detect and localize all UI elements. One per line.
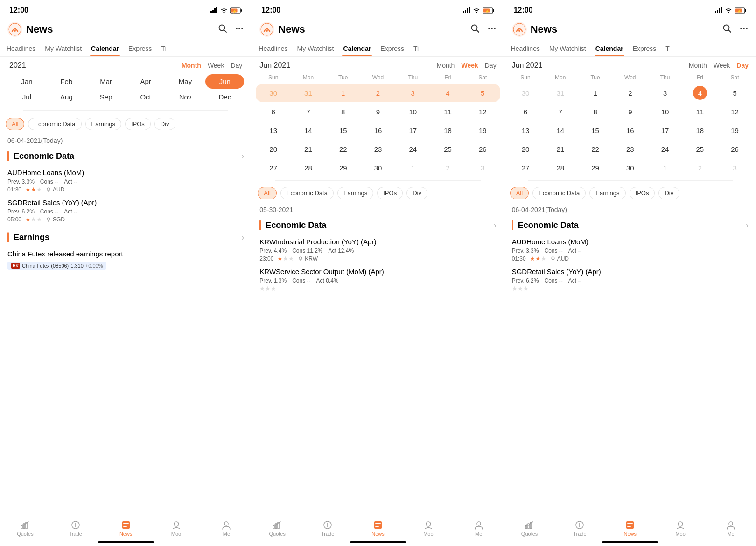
chip-div[interactable]: Div: [658, 187, 679, 199]
view-btn-week[interactable]: Week: [714, 62, 730, 69]
calendar-cell-2-0[interactable]: 13: [508, 121, 543, 140]
month-cell-jan[interactable]: Jan: [7, 74, 46, 89]
calendar-cell-1-1[interactable]: 7: [543, 102, 578, 121]
calendar-cell-0-3[interactable]: 2: [361, 84, 396, 102]
calendar-cell-2-0[interactable]: 13: [256, 121, 291, 140]
tab-ti[interactable]: Ti: [157, 41, 171, 56]
more-icon[interactable]: [487, 24, 497, 35]
section-arrow[interactable]: ›: [746, 220, 749, 230]
view-btn-month[interactable]: Month: [437, 62, 455, 69]
section-arrow[interactable]: ›: [241, 233, 244, 242]
view-btn-month[interactable]: Month: [182, 62, 201, 69]
calendar-cell-1-1[interactable]: 7: [291, 102, 326, 121]
calendar-cell-0-4[interactable]: 3: [395, 84, 430, 102]
calendar-cell-3-6[interactable]: 26: [465, 140, 500, 158]
chip-economic-data[interactable]: Economic Data: [280, 187, 334, 199]
calendar-cell-0-0[interactable]: 30: [256, 84, 291, 102]
nav-item-trade[interactable]: Trade: [50, 520, 101, 537]
nav-item-news[interactable]: News: [353, 520, 403, 537]
calendar-cell-3-6[interactable]: 26: [717, 140, 752, 158]
calendar-cell-4-0[interactable]: 27: [256, 158, 291, 177]
calendar-cell-1-5[interactable]: 11: [682, 102, 717, 121]
nav-item-trade[interactable]: Trade: [555, 520, 605, 537]
search-icon[interactable]: [722, 24, 732, 35]
tab-ti[interactable]: Ti: [409, 41, 423, 56]
calendar-cell-4-3[interactable]: 30: [613, 158, 648, 177]
month-cell-apr[interactable]: Apr: [126, 74, 165, 89]
calendar-cell-3-3[interactable]: 23: [613, 140, 648, 158]
tab-calendar[interactable]: Calendar: [591, 41, 628, 56]
calendar-cell-0-5[interactable]: 4: [430, 84, 465, 102]
tab-calendar[interactable]: Calendar: [338, 41, 376, 56]
month-cell-oct[interactable]: Oct: [126, 90, 165, 104]
chip-ipos[interactable]: IPOs: [377, 187, 403, 199]
nav-item-quotes[interactable]: Quotes: [252, 520, 302, 537]
nav-item-me[interactable]: Me: [706, 520, 756, 537]
nav-item-news[interactable]: News: [101, 520, 151, 537]
calendar-cell-4-3[interactable]: 30: [361, 158, 396, 177]
tab-express[interactable]: Express: [124, 41, 157, 56]
view-btn-day[interactable]: Day: [231, 62, 242, 69]
more-icon[interactable]: [739, 24, 749, 35]
calendar-cell-2-3[interactable]: 16: [613, 121, 648, 140]
calendar-cell-1-0[interactable]: 6: [256, 102, 291, 121]
calendar-cell-0-1[interactable]: 31: [291, 84, 326, 102]
calendar-cell-4-4[interactable]: 1: [395, 158, 430, 177]
chip-earnings[interactable]: Earnings: [589, 187, 625, 199]
calendar-cell-2-6[interactable]: 19: [717, 121, 752, 140]
calendar-cell-4-1[interactable]: 28: [543, 158, 578, 177]
calendar-cell-0-5[interactable]: 4: [682, 84, 717, 102]
calendar-cell-2-1[interactable]: 14: [543, 121, 578, 140]
calendar-cell-3-0[interactable]: 20: [256, 140, 291, 158]
calendar-cell-3-4[interactable]: 24: [648, 140, 683, 158]
calendar-cell-3-1[interactable]: 21: [543, 140, 578, 158]
calendar-cell-1-3[interactable]: 9: [361, 102, 396, 121]
section-arrow[interactable]: ›: [241, 151, 244, 161]
calendar-cell-2-2[interactable]: 15: [578, 121, 613, 140]
search-icon[interactable]: [470, 24, 480, 35]
view-btn-week[interactable]: Week: [208, 62, 224, 69]
chip-all[interactable]: All: [510, 187, 529, 199]
calendar-cell-2-2[interactable]: 15: [326, 121, 361, 140]
month-cell-nov[interactable]: Nov: [166, 90, 205, 104]
tab-express[interactable]: Express: [628, 41, 661, 56]
tab-headlines[interactable]: Headlines: [2, 41, 40, 56]
chip-economic-data[interactable]: Economic Data: [532, 187, 586, 199]
calendar-cell-3-2[interactable]: 22: [578, 140, 613, 158]
calendar-cell-3-1[interactable]: 21: [291, 140, 326, 158]
month-cell-jul[interactable]: Jul: [7, 90, 46, 104]
month-cell-may[interactable]: May: [166, 74, 205, 89]
view-btn-week[interactable]: Week: [461, 62, 478, 69]
month-cell-dec[interactable]: Dec: [205, 90, 244, 104]
chip-earnings[interactable]: Earnings: [337, 187, 373, 199]
calendar-cell-2-6[interactable]: 19: [465, 121, 500, 140]
calendar-cell-3-0[interactable]: 20: [508, 140, 543, 158]
calendar-cell-3-4[interactable]: 24: [395, 140, 430, 158]
calendar-cell-0-4[interactable]: 3: [648, 84, 683, 102]
calendar-cell-1-6[interactable]: 12: [465, 102, 500, 121]
tab-my-watchlist[interactable]: My Watchlist: [293, 41, 339, 56]
chip-div[interactable]: Div: [154, 118, 175, 130]
month-cell-aug[interactable]: Aug: [47, 90, 86, 104]
calendar-cell-2-1[interactable]: 14: [291, 121, 326, 140]
chip-ipos[interactable]: IPOs: [125, 118, 151, 130]
chip-all[interactable]: All: [6, 118, 24, 130]
chip-earnings[interactable]: Earnings: [85, 118, 121, 130]
chip-ipos[interactable]: IPOs: [630, 187, 655, 199]
calendar-cell-1-3[interactable]: 9: [613, 102, 648, 121]
tab-t[interactable]: T: [661, 41, 674, 56]
calendar-cell-1-2[interactable]: 8: [326, 102, 361, 121]
calendar-cell-2-4[interactable]: 17: [395, 121, 430, 140]
nav-item-moo[interactable]: Moo: [403, 520, 454, 537]
calendar-cell-0-6[interactable]: 5: [717, 84, 752, 102]
calendar-cell-2-5[interactable]: 18: [682, 121, 717, 140]
calendar-cell-4-2[interactable]: 29: [578, 158, 613, 177]
calendar-cell-2-3[interactable]: 16: [361, 121, 396, 140]
calendar-cell-0-2[interactable]: 1: [326, 84, 361, 102]
tab-express[interactable]: Express: [376, 41, 409, 56]
month-cell-jun[interactable]: Jun: [205, 74, 244, 89]
nav-item-moo[interactable]: Moo: [151, 520, 202, 537]
calendar-cell-4-6[interactable]: 3: [465, 158, 500, 177]
calendar-cell-4-4[interactable]: 1: [648, 158, 683, 177]
calendar-cell-1-4[interactable]: 10: [395, 102, 430, 121]
